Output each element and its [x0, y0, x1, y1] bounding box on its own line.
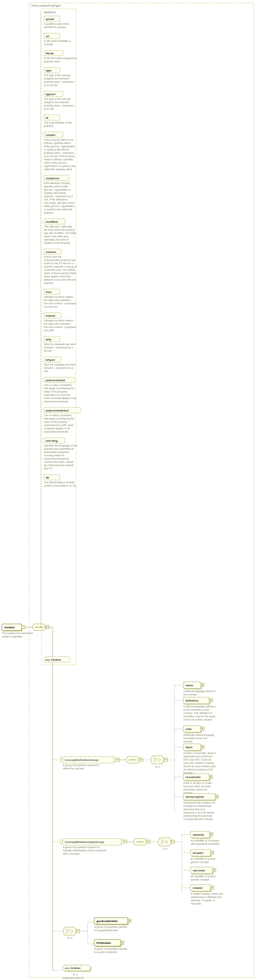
sequence-cdg — [126, 757, 143, 763]
svg-text:are determined by Internet: are determined by Internet — [44, 464, 74, 467]
svg-text:An intrinsic property of the: An intrinsic property of the — [183, 768, 213, 771]
svg-text:system) will edit the: system) will edit the — [44, 192, 66, 195]
svg-text:information about the: information about the — [183, 788, 208, 791]
svg-text:remoteInfo: remoteInfo — [186, 776, 200, 779]
svg-text:taxonomy tree by a: taxonomy tree by a — [183, 808, 205, 811]
sequence-crg — [133, 838, 150, 845]
svg-text:by a QCode: by a QCode — [44, 84, 58, 87]
svg-text:If the property value is not: If the property value is not — [44, 138, 74, 142]
svg-point-150 — [132, 759, 133, 760]
svg-marker-222 — [61, 838, 63, 845]
svg-text:the concept.: the concept. — [183, 693, 197, 696]
svg-text:that apply to publishing the: that apply to publishing the — [44, 387, 74, 390]
svg-text:resource which provides: resource which provides — [183, 785, 211, 788]
svg-text:The type of the concept: The type of the concept — [44, 74, 70, 77]
svg-text:concept.: concept. — [183, 740, 193, 743]
svg-text:POIDetails: POIDetails — [96, 941, 111, 945]
group-conceptrelationships: ConceptRelationshipsGroup A group of pro… — [61, 838, 127, 855]
attr-dir: dirThe directionality of textualcontent … — [44, 474, 76, 487]
attr-custom: customIf set to true thecorresponding pr… — [43, 249, 77, 285]
svg-text:located: located — [5, 626, 14, 629]
svg-text:descendant properties: descendant properties — [44, 457, 69, 460]
svg-text:name: name — [186, 684, 193, 687]
svg-text:to a point of interest: to a point of interest — [94, 951, 117, 954]
svg-text:corresponding property was: corresponding property was — [44, 259, 75, 262]
svg-text:property value - expressed: property value - expressed — [44, 104, 74, 107]
attr-id: idThe local identifier of theproperty. — [44, 115, 72, 127]
elem-definition: definitionA natural language definitiono… — [183, 697, 216, 721]
choice-geo-poi: 0..∞ — [63, 927, 80, 939]
elem-broader: broaderAn identifier of a moregeneric co… — [190, 850, 216, 864]
svg-marker-140 — [61, 757, 63, 763]
svg-point-234 — [142, 842, 143, 843]
svg-text:The location from which the: The location from which the — [2, 632, 33, 635]
elem-remoteinfo: remoteInfoA link to an item or a webreso… — [183, 774, 213, 794]
elem-sameas: sameAsAn identifier of a conceptwith equ… — [190, 831, 220, 846]
elem-geoareadetails: geoAreaDetails A group of properties spe… — [94, 918, 131, 932]
svg-text:Represents the position of a: Represents the position of a — [183, 802, 215, 804]
svg-text:geoAreaDetails: geoAreaDetails — [96, 920, 118, 923]
svg-text:howuri: howuri — [46, 314, 55, 317]
svg-text:creator: creator — [46, 134, 56, 137]
svg-point-232 — [137, 842, 138, 843]
svg-text:other concepts: other concepts — [63, 853, 80, 855]
attr-qcode: qcodeA qualified code whichidentifies a … — [44, 16, 69, 29]
attr-pubconstrainturi: pubconstrainturiOne or many constraintst… — [44, 407, 81, 433]
svg-point-149 — [130, 759, 131, 760]
svg-text:specific concept.: specific concept. — [190, 878, 210, 881]
root-element-located: located The location from which the cont… — [2, 624, 33, 638]
svg-text:Why the metadata has been: Why the metadata has been — [44, 363, 76, 366]
svg-text:representing the ancestor: representing the ancestor — [183, 815, 213, 818]
svg-text:from the content - expressed: from the content - expressed — [44, 302, 76, 305]
svg-text:content (enumeration: ltr, rtl: content (enumeration: ltr, rtl) — [44, 484, 76, 487]
svg-text:A URI which identifies a: A URI which identifies a — [44, 40, 71, 42]
svg-marker-223 — [121, 838, 123, 845]
svg-point-233 — [139, 842, 141, 843]
svg-text:by a QCode: by a QCode — [44, 305, 58, 308]
attr-creatoruri: creatoruriIf the attribute is empty,spec… — [44, 175, 75, 214]
attr-modified: modifiedThe date (and, optionally,the ti… — [43, 219, 76, 245]
attr-uri: uriA URI which identifies aconcept — [44, 33, 71, 46]
svg-text:uri: uri — [46, 35, 49, 38]
svg-text:generic concept.: generic concept. — [190, 861, 209, 864]
svg-text:expressed by a QCode.: expressed by a QCode. — [44, 394, 71, 396]
svg-text:QCode: QCode — [44, 350, 52, 352]
svg-text:pubconstraint: pubconstraint — [46, 379, 66, 382]
svg-text:ConceptDefinitionGroup: ConceptDefinitionGroup — [65, 759, 99, 762]
svg-text:The local identifier of the: The local identifier of the — [44, 121, 72, 124]
svg-text:indicate relationships of the : indicate relationships of the concept to — [63, 849, 106, 852]
svg-text:identifies a concept.: identifies a concept. — [44, 26, 66, 29]
svg-text:xml:lang values of: xml:lang values of — [44, 454, 64, 457]
svg-text:concepts and this concept: concepts and this concept — [183, 818, 213, 821]
type-title: FlexLocationPropType — [31, 4, 61, 7]
svg-text:A group of properties specific: A group of properties specific — [94, 948, 128, 950]
elem-related: relatedA related concept, where therelat… — [190, 885, 223, 905]
svg-text:literal: literal — [46, 52, 53, 55]
svg-text:optionally, the time) of: optionally, the time) of — [44, 239, 69, 241]
elem-hierarchyinfo: hierarchyInfoRepresents the position of … — [183, 794, 219, 821]
choice-cdg: 0..∞ — [150, 756, 167, 768]
svg-text:constraint applies to all: constraint applies to all — [44, 427, 70, 430]
svg-text:value is the date (and,: value is the date (and, — [44, 235, 69, 238]
svg-text:If set to true the: If set to true the — [44, 256, 62, 258]
svg-text:concept. This definition is: concept. This definition is — [183, 712, 212, 715]
svg-text:deprecated and SHOULD: deprecated and SHOULD — [183, 755, 213, 758]
svg-text:One or many constraints: One or many constraints — [44, 414, 72, 417]
svg-text:included - expressed by a: included - expressed by a — [44, 367, 73, 369]
svg-text:by a URI: by a URI — [44, 329, 54, 332]
svg-text:URI. If the attribute is: URI. If the attribute is — [44, 198, 68, 201]
svg-text:value of the property -: value of the property - — [44, 421, 69, 423]
svg-text:any ##other: any ##other — [65, 967, 81, 970]
svg-text:customers only. The default: customers only. The default — [44, 269, 75, 272]
elem-facet: facetIn NAR 1.8 and later, facet isdepre… — [183, 744, 216, 775]
svg-text:why: why — [45, 338, 51, 341]
svg-text:to a geopolitical area: to a geopolitical area — [94, 929, 118, 932]
svg-text:typeuri: typeuri — [46, 92, 56, 96]
svg-point-151 — [134, 759, 136, 760]
svg-text:related: related — [193, 886, 202, 889]
svg-text:The date (and, optionally,: The date (and, optionally, — [44, 225, 73, 228]
svg-text:A group of properties required: A group of properties required to — [63, 764, 100, 767]
svg-text:Indicates by which means: Indicates by which means — [44, 319, 74, 322]
svg-point-9 — [36, 627, 37, 628]
svg-text:The type of the concept: The type of the concept — [44, 98, 70, 100]
